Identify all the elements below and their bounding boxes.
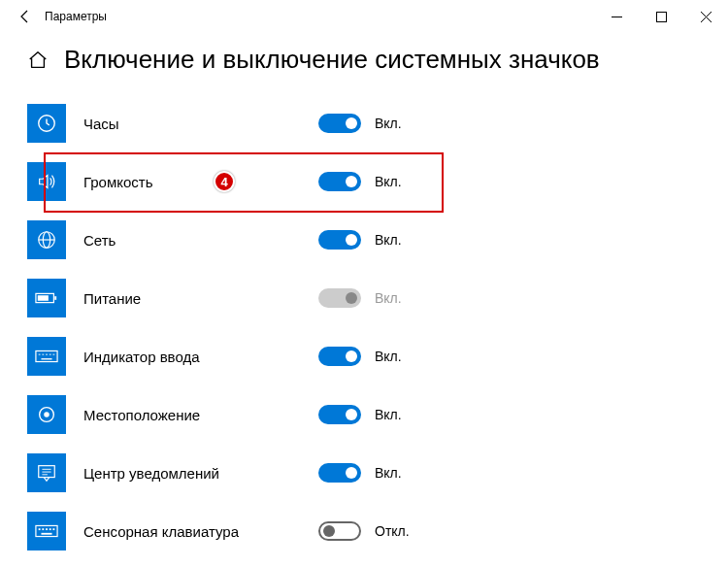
toggle-state: Вкл. xyxy=(375,349,402,364)
toggle-clock[interactable] xyxy=(318,114,361,133)
row-touch-keyboard: Сенсорная клавиатура Откл. xyxy=(27,502,701,560)
svg-rect-24 xyxy=(42,528,44,530)
row-network: Сеть Вкл. xyxy=(27,211,701,269)
row-action-center: Центр уведомлений Вкл. xyxy=(27,444,701,502)
svg-rect-8 xyxy=(38,295,49,301)
row-label: Сеть xyxy=(83,232,116,249)
row-label: Громкость xyxy=(83,174,153,190)
touch-keyboard-icon xyxy=(27,512,66,550)
svg-rect-25 xyxy=(46,528,48,530)
row-label: Сенсорная клавиатура xyxy=(83,523,239,540)
toggle-state: Откл. xyxy=(375,523,410,539)
toggle-state: Вкл. xyxy=(375,290,402,306)
keyboard-icon xyxy=(27,337,66,376)
maximize-icon xyxy=(656,12,667,22)
arrow-left-icon xyxy=(17,9,33,24)
svg-rect-27 xyxy=(52,528,54,530)
battery-icon xyxy=(27,279,66,317)
svg-point-17 xyxy=(44,412,50,417)
row-location: Местоположение Вкл. xyxy=(27,385,701,444)
row-input-indicator: Индикатор ввода Вкл. xyxy=(27,327,701,385)
page-title: Включение и выключение системных значков xyxy=(64,45,600,75)
location-icon xyxy=(27,395,66,434)
minimize-icon xyxy=(612,12,622,22)
network-icon xyxy=(27,220,66,259)
close-button[interactable] xyxy=(683,0,728,33)
svg-rect-1 xyxy=(656,12,666,21)
svg-rect-28 xyxy=(41,533,51,535)
toggle-state: Вкл. xyxy=(375,407,402,422)
row-volume: Громкость 4 Вкл. xyxy=(27,152,701,211)
callout-badge: 4 xyxy=(214,171,235,192)
toggle-volume[interactable] xyxy=(318,172,361,191)
svg-rect-23 xyxy=(39,528,41,530)
toggle-state: Вкл. xyxy=(375,465,402,481)
maximize-button[interactable] xyxy=(639,0,683,33)
row-label: Центр уведомлений xyxy=(83,465,219,482)
titlebar: Параметры xyxy=(0,0,728,33)
svg-rect-26 xyxy=(50,528,51,530)
svg-rect-9 xyxy=(36,350,57,361)
row-label: Индикатор ввода xyxy=(83,349,200,365)
svg-rect-22 xyxy=(36,525,57,536)
row-clock: Часы Вкл. xyxy=(27,94,701,152)
action-center-icon xyxy=(27,453,66,492)
page-header: Включение и выключение системных значков xyxy=(0,33,728,94)
toggle-state: Вкл. xyxy=(375,116,402,131)
toggle-input-indicator[interactable] xyxy=(318,347,361,366)
svg-rect-7 xyxy=(54,296,56,300)
row-label: Местоположение xyxy=(83,407,200,423)
close-icon xyxy=(701,12,711,22)
toggle-state: Вкл. xyxy=(375,232,402,248)
toggle-state: Вкл. xyxy=(375,174,402,189)
toggle-location[interactable] xyxy=(318,405,361,424)
toggle-touch-keyboard[interactable] xyxy=(318,521,361,541)
toggle-network[interactable] xyxy=(318,230,361,250)
window-controls xyxy=(594,0,728,33)
toggle-action-center[interactable] xyxy=(318,463,361,483)
settings-list: Часы Вкл. Громкость 4 Вкл. Сеть Вкл. П xyxy=(0,94,728,560)
toggle-power xyxy=(318,288,361,308)
volume-icon xyxy=(27,162,66,201)
back-button[interactable] xyxy=(12,3,39,30)
clock-icon xyxy=(27,104,66,143)
home-icon[interactable] xyxy=(27,50,49,71)
row-label: Питание xyxy=(83,290,141,307)
minimize-button[interactable] xyxy=(594,0,639,33)
row-label: Часы xyxy=(83,116,119,132)
row-power: Питание Вкл. xyxy=(27,269,701,327)
window-title: Параметры xyxy=(45,10,107,23)
